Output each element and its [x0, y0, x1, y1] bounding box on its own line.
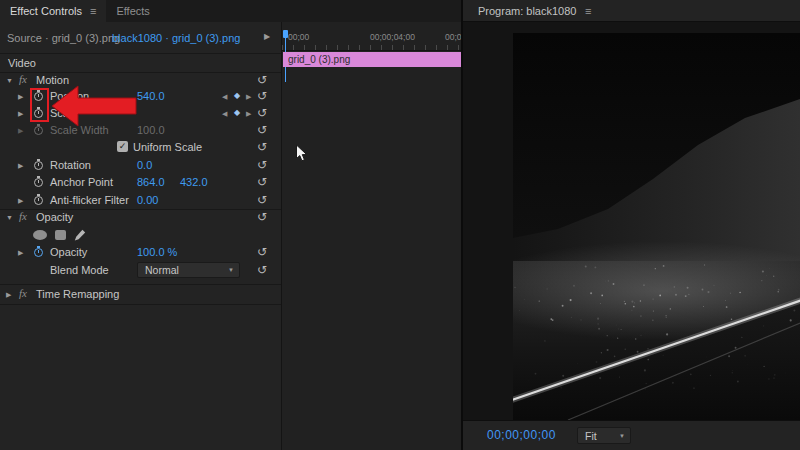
program-timecode[interactable]: 00;00;00;00 — [487, 428, 556, 442]
ellipse-mask-icon[interactable] — [33, 230, 47, 240]
tab-effect-controls-label: Effect Controls — [10, 5, 82, 17]
chevron-right-icon[interactable]: ▶ — [18, 249, 23, 256]
separator — [0, 53, 281, 54]
chevron-right-icon[interactable]: ▶ — [18, 127, 23, 134]
mouse-cursor — [295, 144, 308, 163]
chevron-right-icon[interactable]: ▶ — [18, 162, 23, 169]
row-scale-width[interactable]: ▶ Scale Width 100.0 ↺ — [0, 122, 280, 139]
chevron-down-icon: ▼ — [619, 433, 625, 439]
video-preview — [513, 33, 800, 420]
program-header: Program: black1080 ≡ — [463, 0, 800, 22]
reset-icon[interactable]: ↺ — [257, 140, 267, 154]
rotation-value[interactable]: 0.0 — [137, 159, 152, 171]
property-label: Anchor Point — [50, 176, 113, 188]
chevron-right-icon[interactable]: ▶ — [18, 110, 23, 117]
blend-mode-dropdown[interactable]: Normal ▼ — [137, 262, 240, 278]
uniform-scale-checkbox[interactable]: ✓ — [117, 141, 128, 152]
program-title: Program: black1080 — [478, 5, 576, 17]
zoom-level-value: Fit — [585, 430, 597, 442]
tab-effects-label: Effects — [116, 5, 149, 17]
stopwatch-icon[interactable] — [34, 196, 43, 205]
ruler-tick: 00;00 — [445, 32, 462, 42]
time-ruler[interactable]: 00;00 00;00;04;00 00;00 — [282, 28, 462, 51]
next-keyframe-icon[interactable]: ▶ — [246, 93, 251, 100]
rectangle-mask-icon[interactable] — [55, 230, 66, 240]
checkbox-label: Uniform Scale — [133, 141, 202, 153]
effect-group-label: Opacity — [36, 211, 73, 223]
chevron-right-icon[interactable]: ▶ — [18, 197, 23, 204]
reset-icon[interactable]: ↺ — [257, 89, 267, 103]
stopwatch-icon[interactable] — [34, 161, 43, 170]
stopwatch-icon[interactable] — [34, 248, 43, 257]
mini-timeline[interactable]: 00;00 00;00;04;00 00;00 grid_0 (3).png — [281, 22, 462, 450]
prev-keyframe-icon[interactable]: ◀ — [222, 93, 227, 100]
row-motion-group[interactable]: ▼ fx Motion ↺ — [0, 72, 280, 89]
panel-tab-bar: Effect Controls ≡ Effects — [0, 0, 461, 22]
next-keyframe-icon[interactable]: ▶ — [246, 110, 251, 117]
panel-menu-icon[interactable]: ≡ — [585, 5, 591, 17]
tab-effects[interactable]: Effects — [106, 0, 159, 22]
ruler-tick: 00;00 — [288, 32, 309, 42]
property-label: Rotation — [50, 159, 91, 171]
effect-group-label: Time Remapping — [36, 288, 119, 300]
reset-icon[interactable]: ↺ — [257, 210, 267, 224]
reset-icon[interactable]: ↺ — [257, 123, 267, 137]
preview-image — [513, 33, 800, 420]
anti-flicker-value[interactable]: 0.00 — [137, 194, 158, 206]
row-anchor-point[interactable]: Anchor Point 864.0 432.0 ↺ — [0, 174, 280, 191]
sequence-clip-link[interactable]: black1080 · grid_0 (3).png — [112, 32, 240, 44]
chevron-down-icon[interactable]: ▼ — [6, 77, 13, 84]
prev-keyframe-icon[interactable]: ◀ — [222, 110, 227, 117]
chevron-down-icon[interactable]: ▼ — [6, 214, 13, 221]
ruler-tick: 00;00;04;00 — [370, 32, 415, 42]
reset-icon[interactable]: ↺ — [257, 106, 267, 120]
row-anti-flicker[interactable]: ▶ Anti-flicker Filter 0.00 ↺ — [0, 192, 280, 209]
program-bottom-bar: 00;00;00;00 Fit ▼ — [463, 420, 800, 450]
stopwatch-icon[interactable] — [34, 178, 43, 187]
chevron-right-icon[interactable]: ▶ — [18, 93, 23, 100]
reset-icon[interactable]: ↺ — [257, 158, 267, 172]
stopwatch-icon — [34, 126, 43, 135]
position-value[interactable]: 540.0 — [137, 90, 165, 102]
chevron-down-icon: ▼ — [228, 267, 234, 273]
row-blend-mode[interactable]: Blend Mode Normal ▼ ↺ — [0, 262, 280, 279]
timeline-clip[interactable]: grid_0 (3).png — [283, 52, 462, 67]
effect-controls-panel: Effect Controls ≡ Effects Source · grid_… — [0, 0, 461, 450]
section-label: Video — [8, 57, 36, 69]
reset-icon[interactable]: ↺ — [257, 175, 267, 189]
fx-icon: fx — [19, 210, 27, 222]
anchor-x-value[interactable]: 864.0 — [137, 176, 165, 188]
reset-icon[interactable]: ↺ — [257, 245, 267, 259]
tab-effect-controls[interactable]: Effect Controls ≡ — [0, 0, 106, 22]
property-label: Blend Mode — [50, 264, 109, 276]
reset-icon[interactable]: ↺ — [257, 73, 267, 87]
row-uniform-scale[interactable]: ✓ Uniform Scale ↺ — [0, 139, 280, 156]
opacity-value[interactable]: 100.0 % — [137, 246, 177, 258]
row-video-header: Video — [0, 55, 280, 72]
fx-icon: fx — [19, 73, 27, 85]
timeline-clip-label: grid_0 (3).png — [288, 54, 350, 65]
property-label: Anti-flicker Filter — [50, 194, 129, 206]
blend-mode-value: Normal — [145, 264, 179, 276]
add-keyframe-icon[interactable]: ◆ — [234, 92, 240, 100]
annotation-highlight-box — [30, 88, 49, 122]
timeline-view-toggle-icon[interactable]: ▶ — [264, 32, 270, 41]
annotation-arrow — [50, 83, 138, 129]
row-time-remapping[interactable]: ▶ fx Time Remapping — [0, 286, 280, 303]
separator — [0, 304, 281, 305]
panel-menu-icon[interactable]: ≡ — [90, 5, 96, 17]
zoom-level-dropdown[interactable]: Fit ▼ — [577, 427, 631, 444]
reset-icon[interactable]: ↺ — [257, 193, 267, 207]
program-monitor-panel: Program: black1080 ≡ — [463, 0, 800, 450]
row-opacity-group[interactable]: ▼ fx Opacity ↺ — [0, 209, 280, 226]
pen-mask-icon[interactable] — [74, 228, 86, 241]
row-rotation[interactable]: ▶ Rotation 0.0 ↺ — [0, 157, 280, 174]
chevron-right-icon[interactable]: ▶ — [6, 291, 11, 298]
add-keyframe-icon[interactable]: ◆ — [234, 109, 240, 117]
row-opacity[interactable]: ▶ Opacity 100.0 % ↺ — [0, 244, 280, 261]
property-label: Opacity — [50, 246, 87, 258]
source-row: Source · grid_0 (3).png black1080 · grid… — [0, 22, 281, 53]
reset-icon[interactable]: ↺ — [257, 263, 267, 277]
anchor-y-value[interactable]: 432.0 — [180, 176, 208, 188]
source-clip-label: Source · grid_0 (3).png — [7, 32, 120, 44]
